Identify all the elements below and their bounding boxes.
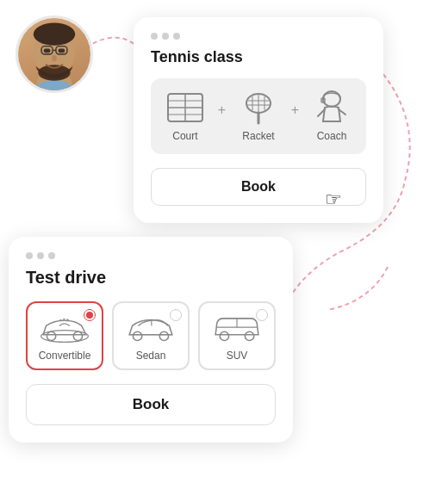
dot-1	[151, 33, 158, 40]
car-option-convertible[interactable]: Convertible	[26, 301, 103, 370]
convertible-label: Convertible	[39, 350, 91, 362]
svg-point-3	[34, 23, 76, 46]
dot-1	[26, 252, 33, 259]
court-label: Court	[172, 130, 197, 142]
court-icon	[165, 90, 206, 125]
car-option-suv[interactable]: SUV	[198, 301, 276, 370]
car-options-row: Convertible Sedan	[26, 301, 276, 370]
dot-3	[173, 33, 180, 40]
svg-point-39	[245, 331, 253, 340]
tennis-items-row: Court + Racket +	[151, 78, 366, 154]
suv-radio	[256, 309, 268, 321]
svg-rect-6	[59, 48, 65, 53]
tennis-card: Tennis class Court +	[134, 17, 383, 223]
coach-label: Coach	[317, 130, 347, 142]
coach-icon	[311, 90, 352, 125]
tennis-item-coach: Coach	[311, 90, 352, 142]
convertible-icon	[39, 312, 90, 344]
cursor-icon: ☞	[325, 189, 342, 211]
car-option-sedan[interactable]: Sedan	[112, 301, 190, 370]
tennis-card-title: Tennis class	[151, 48, 366, 66]
svg-rect-5	[44, 48, 50, 53]
svg-point-34	[133, 331, 141, 340]
suv-label: SUV	[227, 350, 248, 362]
svg-point-10	[52, 55, 57, 61]
svg-point-35	[159, 331, 168, 340]
svg-point-30	[47, 331, 55, 340]
svg-point-38	[220, 331, 228, 340]
test-drive-card: Test drive Conve	[9, 237, 293, 443]
plus-1: +	[218, 102, 226, 130]
sedan-label: Sedan	[136, 350, 166, 362]
test-drive-book-button[interactable]: Book	[26, 384, 276, 425]
dot-2	[162, 33, 169, 40]
svg-point-31	[73, 331, 82, 340]
tennis-item-racket: Racket	[238, 90, 279, 142]
avatar	[16, 15, 93, 93]
sedan-icon	[125, 312, 177, 344]
racket-label: Racket	[242, 130, 274, 142]
card-dots	[151, 33, 366, 40]
convertible-radio	[84, 309, 96, 321]
dot-2	[37, 252, 44, 259]
sedan-radio	[170, 309, 182, 321]
test-drive-dots	[26, 252, 276, 259]
dot-3	[48, 252, 55, 259]
suv-icon	[211, 312, 263, 344]
tennis-item-court: Court	[165, 90, 206, 142]
racket-icon	[238, 90, 279, 125]
test-drive-title: Test drive	[26, 268, 276, 288]
plus-2: +	[291, 102, 299, 130]
svg-point-29	[41, 331, 89, 343]
